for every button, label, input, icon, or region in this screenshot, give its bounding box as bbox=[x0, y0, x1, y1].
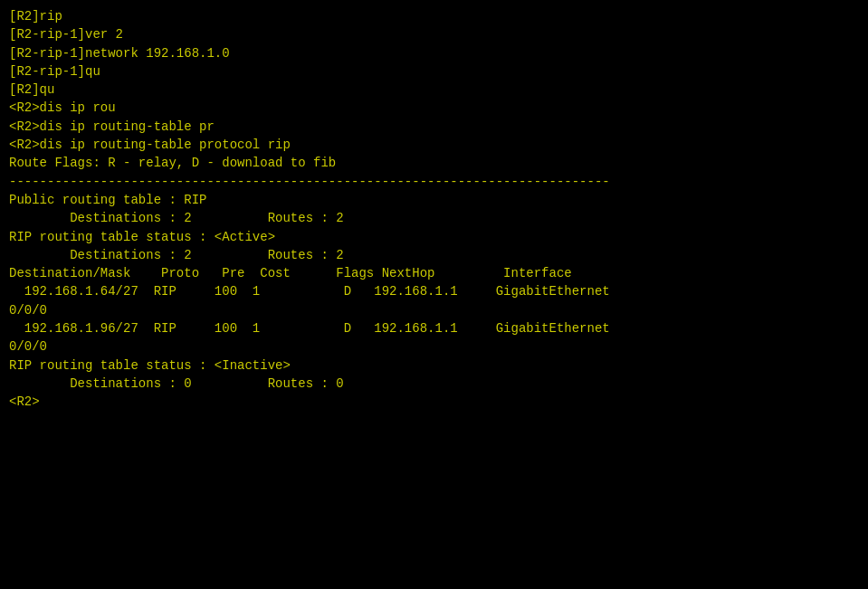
terminal-line: 0/0/0 bbox=[9, 301, 859, 319]
terminal-line: RIP routing table status : <Inactive> bbox=[9, 356, 859, 375]
terminal-line: [R2-rip-1]ver 2 bbox=[9, 25, 859, 43]
terminal-line: <R2>dis ip routing-table protocol rip bbox=[9, 136, 859, 154]
terminal-line: Public routing table : RIP bbox=[9, 191, 859, 209]
terminal-line: ----------------------------------------… bbox=[9, 173, 859, 191]
terminal-line: Destination/Mask Proto Pre Cost Flags Ne… bbox=[9, 264, 859, 282]
terminal-line: Destinations : 2 Routes : 2 bbox=[9, 209, 859, 227]
terminal-line: [R2-rip-1]qu bbox=[9, 62, 859, 81]
terminal-line: <R2>dis ip rou bbox=[9, 99, 859, 117]
terminal-line: [R2-rip-1]network 192.168.1.0 bbox=[9, 44, 859, 62]
terminal-line: 192.168.1.96/27 RIP 100 1 D 192.168.1.1 … bbox=[9, 319, 859, 337]
terminal-line: 192.168.1.64/27 RIP 100 1 D 192.168.1.1 … bbox=[9, 282, 859, 300]
terminal-line: <R2>dis ip routing-table pr bbox=[9, 118, 859, 136]
terminal-line: Destinations : 2 Routes : 2 bbox=[9, 246, 859, 264]
terminal-line: [R2]rip bbox=[9, 7, 859, 25]
terminal-line: Destinations : 0 Routes : 0 bbox=[9, 375, 859, 393]
terminal-line: [R2]qu bbox=[9, 81, 859, 99]
terminal-line: 0/0/0 bbox=[9, 337, 859, 356]
terminal-line: Route Flags: R - relay, D - download to … bbox=[9, 154, 859, 172]
terminal-line: <R2> bbox=[9, 393, 859, 411]
terminal-window: [R2]rip[R2-rip-1]ver 2[R2-rip-1]network … bbox=[9, 7, 859, 589]
terminal-line: RIP routing table status : <Active> bbox=[9, 228, 859, 246]
